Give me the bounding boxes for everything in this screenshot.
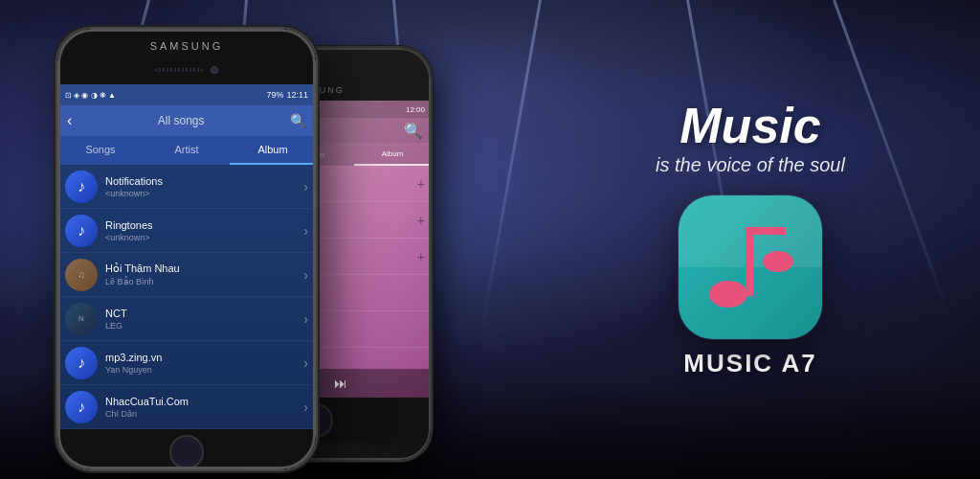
song-thumbnail: ♪ [65, 215, 98, 247]
tagline-main: Music [656, 101, 845, 150]
back-arrow-icon[interactable]: ‹ [67, 112, 72, 129]
status-icons-left: ⊡ ◈ ◉ ◑ ❋ ▲ [65, 91, 116, 100]
song-title: Ringtones [105, 219, 303, 231]
next-button[interactable]: ⏭ [334, 376, 347, 391]
time-text: 12:11 [286, 90, 308, 100]
app-icon[interactable] [679, 195, 822, 339]
chevron-right-icon: › [303, 179, 308, 194]
song-title: Hỏi Thăm Nhau [105, 262, 303, 275]
home-button[interactable] [169, 435, 204, 469]
chevron-right-icon: › [303, 311, 308, 327]
status-bar: ⊡ ◈ ◉ ◑ ❋ ▲ 79% 12:11 [57, 84, 316, 105]
list-item[interactable]: ♪ NhacCuaTui.Com Chí Dân › [57, 385, 316, 429]
brand-label: SAMSUNG [57, 29, 316, 56]
list-item[interactable]: ♪ Ringtones <unknown> › [57, 209, 316, 253]
search-text: All songs [79, 114, 282, 127]
song-artist: <unknown> [105, 233, 303, 242]
song-list: ♪ Notifications <unknown> › ♪ Ringtones [57, 165, 316, 429]
song-artist: Lê Bảo Bình [105, 277, 303, 286]
music-note-icon: ♪ [78, 222, 85, 240]
album-art: ♫ [65, 259, 98, 291]
song-thumbnail: ♪ [65, 171, 98, 203]
status-time: 12:00 [406, 105, 425, 114]
album-art: N [65, 303, 98, 335]
chevron-right-icon: › [303, 399, 308, 415]
tagline-sub: is the voice of the soul [656, 154, 845, 176]
song-artist: Yan Nguyen [105, 365, 303, 375]
song-thumbnail: ♪ [65, 391, 98, 423]
add-icon[interactable]: + [417, 213, 425, 228]
speaker-grill [155, 68, 203, 72]
song-title: NhacCuaTui.Com [105, 396, 303, 407]
music-note-icon [707, 217, 793, 317]
song-title: mp3.zing.vn [105, 352, 303, 363]
song-thumbnail: N [65, 303, 98, 335]
tab-album[interactable]: Album [230, 136, 316, 165]
right-content: Music is the voice of the soul MUSIC A7 [559, 0, 942, 479]
app-name: MUSIC A7 [683, 349, 816, 378]
tab-album[interactable]: Album [354, 143, 431, 166]
svg-point-0 [709, 281, 747, 308]
search-icon[interactable]: 🔍 [290, 113, 306, 128]
tab-songs[interactable]: Songs [57, 136, 144, 165]
notification-icons: ⊡ ◈ ◉ ◑ ❋ ▲ [65, 91, 116, 100]
list-item[interactable]: ♫ Hỏi Thăm Nhau Lê Bảo Bình › [57, 253, 316, 297]
song-info: NhacCuaTui.Com Chí Dân [105, 396, 303, 419]
chevron-right-icon: › [303, 355, 308, 371]
svg-point-3 [763, 251, 793, 272]
search-bar[interactable]: ‹ All songs 🔍 [57, 105, 316, 136]
tagline: Music is the voice of the soul [656, 101, 845, 176]
song-info: NCT LEG [105, 308, 303, 331]
phones-container: SAMSUNG ⊡ ◈ ◉ ◑ ❋ ▲ 12:00 ‹ All songs 🔍 … [57, 19, 459, 469]
song-thumbnail: ♫ [65, 259, 98, 291]
front-camera [211, 66, 218, 74]
add-icon[interactable]: + [417, 176, 425, 192]
status-icons-right: 79% 12:11 [266, 90, 308, 100]
chevron-right-icon: › [303, 223, 308, 239]
add-icon[interactable]: + [417, 249, 425, 264]
list-item[interactable]: ♪ Notifications <unknown> › [57, 165, 316, 209]
song-info: Hỏi Thăm Nhau Lê Bảo Bình [105, 262, 303, 286]
phone-bottom [57, 429, 316, 469]
tab-bar: Songs Artist Album [57, 136, 316, 165]
list-item[interactable]: N NCT LEG › [57, 297, 316, 341]
song-thumbnail: ♪ [65, 347, 98, 379]
music-note-icon: ♪ [78, 399, 85, 416]
phone-screen: ⊡ ◈ ◉ ◑ ❋ ▲ 79% 12:11 ‹ All songs 🔍 Song… [57, 84, 316, 429]
phone-main: SAMSUNG ⊡ ◈ ◉ ◑ ❋ ▲ 79% 12:11 ‹ All song… [57, 29, 316, 469]
battery-text: 79% [266, 90, 283, 100]
tab-artist[interactable]: Artist [144, 136, 230, 165]
phone-top-bar [57, 56, 316, 84]
song-title: Notifications [105, 175, 303, 187]
app-icon-container: MUSIC A7 [679, 195, 822, 378]
song-info: Ringtones <unknown> [105, 219, 303, 242]
svg-rect-1 [746, 227, 753, 296]
svg-rect-2 [746, 227, 786, 235]
song-artist: <unknown> [105, 189, 303, 198]
song-info: mp3.zing.vn Yan Nguyen [105, 352, 303, 375]
chevron-right-icon: › [303, 267, 308, 283]
list-item[interactable]: ♪ mp3.zing.vn Yan Nguyen › [57, 341, 316, 385]
song-title: NCT [105, 308, 303, 319]
song-info: Notifications <unknown> [105, 175, 303, 198]
search-icon[interactable]: 🔍 [404, 122, 423, 140]
song-artist: LEG [105, 321, 303, 331]
music-note-icon: ♪ [78, 354, 85, 372]
song-artist: Chí Dân [105, 409, 303, 419]
music-note-icon: ♪ [78, 178, 85, 195]
